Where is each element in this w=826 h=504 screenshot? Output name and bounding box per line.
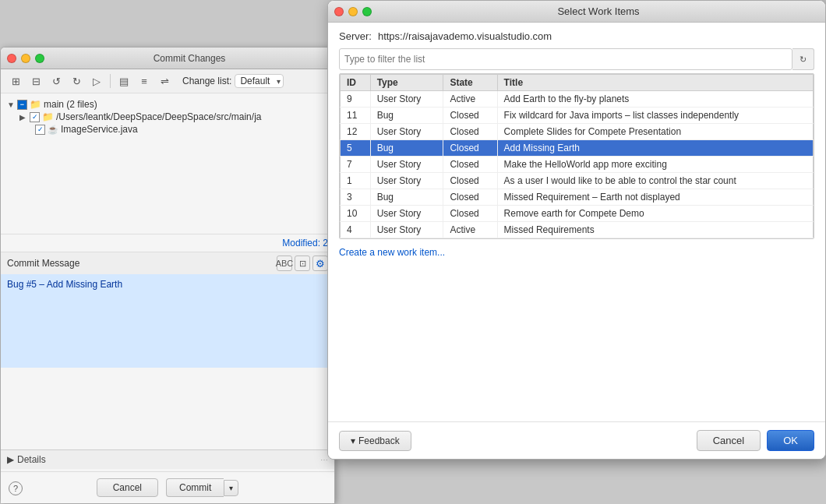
feedback-button[interactable]: ▾ Feedback: [339, 431, 411, 451]
tree-root-label: main (2 files): [44, 99, 97, 110]
tree-file-label: ImageService.java: [61, 124, 138, 135]
table-row[interactable]: 4User StoryActiveMissed Requirements: [341, 222, 814, 238]
commit-button-group: Commit ▾: [166, 478, 238, 497]
tree-path[interactable]: ▶ 📁 /Users/leantk/DeepSpace/DeepSpace/sr…: [7, 111, 328, 123]
cell-title-0: Add Earth to the fly-by planets: [497, 91, 813, 107]
window-controls: [7, 54, 44, 63]
feedback-label: Feedback: [358, 435, 400, 446]
change-list-wrapper[interactable]: Default: [235, 74, 284, 88]
commit-msg-body[interactable]: Bug #5 – Add Missing Earth: [1, 274, 334, 368]
modified-label: Modified: 2: [282, 238, 328, 248]
tree-path-label: /Users/leantk/DeepSpace/DeepSpace/src/ma…: [56, 111, 261, 122]
toolbar-icon-7[interactable]: ≡: [136, 72, 153, 90]
toolbar-icon-2[interactable]: ⊟: [27, 72, 44, 90]
dialog-footer: ▾ Feedback Cancel OK: [328, 421, 825, 459]
filter-icon[interactable]: ↻: [792, 48, 814, 70]
filter-input[interactable]: [339, 48, 792, 70]
table-row[interactable]: 3BugClosedMissed Requirement – Earth not…: [341, 189, 814, 206]
close-button[interactable]: [7, 54, 16, 63]
feedback-arrow-icon: ▾: [351, 435, 355, 446]
checkbox-file[interactable]: [35, 125, 45, 135]
cancel-button[interactable]: Cancel: [97, 478, 158, 497]
table-row[interactable]: 11BugClosedFix wildcard for Java imports…: [341, 107, 814, 124]
cell-type-8: User Story: [370, 222, 443, 238]
create-work-item-link[interactable]: Create a new work item...: [339, 244, 814, 261]
commit-arrow-button[interactable]: ▾: [224, 480, 238, 496]
tree-root[interactable]: ▼ 📁 main (2 files): [7, 98, 328, 111]
toolbar-divider: [110, 74, 111, 88]
toolbar-icon-5[interactable]: ▷: [88, 72, 105, 90]
checkbox-root[interactable]: [17, 100, 27, 110]
cell-state-1: Closed: [443, 107, 497, 124]
cell-id-7: 10: [341, 206, 371, 222]
col-header-state[interactable]: State: [443, 75, 497, 91]
toolbar-icon-1[interactable]: ⊞: [7, 72, 24, 90]
cell-state-8: Active: [443, 222, 497, 238]
cell-state-7: Closed: [443, 206, 497, 222]
change-list-label: Change list:: [182, 76, 231, 86]
table-row[interactable]: 10User StoryClosedRemove earth for Compe…: [341, 206, 814, 222]
work-items-table: ID Type State Title 9User StoryActiveAdd…: [340, 74, 814, 238]
cell-state-2: Closed: [443, 124, 497, 140]
dialog-close-button[interactable]: [334, 7, 344, 16]
cell-id-0: 9: [341, 91, 371, 107]
toolbar-icon-4[interactable]: ↻: [68, 72, 85, 90]
cell-state-5: Closed: [443, 173, 497, 189]
table-row[interactable]: 9User StoryActiveAdd Earth to the fly-by…: [341, 91, 814, 107]
ide-title: Commit Changes: [51, 53, 328, 64]
checkbox-path[interactable]: [30, 112, 40, 122]
col-header-type[interactable]: Type: [370, 75, 443, 91]
server-row: Server: https://raisajavademo.visualstud…: [339, 30, 814, 42]
toolbar-icon-8[interactable]: ⇌: [156, 72, 173, 90]
table-row[interactable]: 1User StoryClosedAs a user I would like …: [341, 173, 814, 189]
ide-titlebar: Commit Changes: [1, 48, 334, 69]
cell-type-2: User Story: [370, 124, 443, 140]
spell-check-icon[interactable]: ABC: [277, 256, 292, 271]
maximize-button[interactable]: [35, 54, 44, 63]
dialog-max-button[interactable]: [362, 7, 372, 16]
select-work-items-dialog: Select Work Items Server: https://raisaj…: [327, 0, 826, 460]
toolbar-icon-3[interactable]: ↺: [48, 72, 65, 90]
details-bar[interactable]: ▶ Details ⋯: [1, 449, 334, 469]
link-icon[interactable]: ⚙: [312, 256, 328, 271]
cell-title-5: As a user I would like to be able to con…: [497, 173, 813, 189]
dialog-title: Select Work Items: [378, 5, 819, 17]
cell-id-6: 3: [341, 189, 371, 206]
cell-title-3: Add Missing Earth: [497, 140, 813, 157]
cell-type-7: User Story: [370, 206, 443, 222]
cell-state-0: Active: [443, 91, 497, 107]
cell-title-2: Complete Slides for Compete Presentation: [497, 124, 813, 140]
dialog-cancel-button[interactable]: Cancel: [697, 430, 761, 451]
commit-main-button[interactable]: Commit: [166, 478, 224, 497]
cell-type-1: Bug: [370, 107, 443, 124]
help-icon[interactable]: ?: [9, 481, 23, 495]
details-drag: ⋯: [320, 456, 328, 464]
tree-arrow-path: ▶: [19, 113, 27, 122]
commit-msg-text: Bug #5 – Add Missing Earth: [7, 279, 122, 290]
tree-file[interactable]: ☕ ImageService.java: [7, 123, 328, 136]
toolbar-icon-6[interactable]: ▤: [115, 72, 132, 90]
cell-type-6: Bug: [370, 189, 443, 206]
cell-state-3: Closed: [443, 140, 497, 157]
copy-icon[interactable]: ⊡: [295, 256, 310, 271]
work-items-table-container: ID Type State Title 9User StoryActiveAdd…: [339, 73, 814, 239]
table-row[interactable]: 5BugClosedAdd Missing Earth: [341, 140, 814, 157]
dialog-body: Server: https://raisajavademo.visualstud…: [328, 23, 825, 269]
cell-type-0: User Story: [370, 91, 443, 107]
filter-row: ↻: [339, 48, 814, 70]
col-header-title[interactable]: Title: [497, 75, 813, 91]
dialog-min-button[interactable]: [348, 7, 358, 16]
table-row[interactable]: 12User StoryClosedComplete Slides for Co…: [341, 124, 814, 140]
commit-msg-label: Commit Message: [7, 258, 79, 269]
cell-title-8: Missed Requirements: [497, 222, 813, 238]
change-list-select[interactable]: Default: [235, 74, 284, 88]
cell-title-7: Remove earth for Compete Demo: [497, 206, 813, 222]
server-label: Server:: [339, 30, 372, 42]
minimize-button[interactable]: [21, 54, 30, 63]
table-row[interactable]: 7User StoryClosedMake the HelloWorld app…: [341, 157, 814, 173]
dialog-ok-button[interactable]: OK: [767, 430, 814, 451]
cell-id-4: 7: [341, 157, 371, 173]
cell-id-3: 5: [341, 140, 371, 157]
col-header-id[interactable]: ID: [341, 75, 371, 91]
cell-id-1: 11: [341, 107, 371, 124]
